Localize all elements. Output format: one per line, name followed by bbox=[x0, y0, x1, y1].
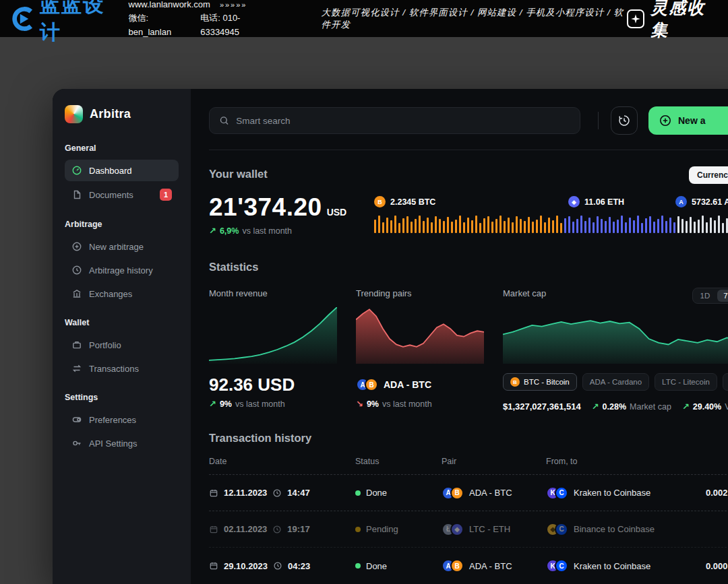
sidebar: Arbitra General Dashboard Documents 1 Ar… bbox=[53, 89, 191, 584]
sidebar-item-dashboard[interactable]: Dashboard bbox=[65, 160, 179, 181]
coinbase-icon: C bbox=[555, 486, 568, 500]
from-to-text: Kraken to Coinbase bbox=[574, 561, 650, 571]
eth-icon: ◆ bbox=[568, 196, 580, 207]
btc-icon: B bbox=[510, 377, 520, 387]
currencies-button[interactable]: Currencies bbox=[689, 166, 728, 184]
pair-text: LTC - ETH bbox=[469, 524, 510, 534]
phone-text: 电话: 010-63334945 bbox=[200, 11, 272, 38]
sidebar-item-portfolio[interactable]: Portfolio bbox=[65, 334, 179, 356]
wallet-change-note: vs last month bbox=[242, 226, 292, 236]
status-text: Done bbox=[366, 561, 387, 571]
sidebar-item-api-settings[interactable]: API Settings bbox=[65, 432, 179, 454]
from-to-text: Kraken to Coinbase bbox=[574, 488, 650, 498]
wallet-distribution: B 2.2345 BTC ◆ 11.06 ETH A 5732.61 ADA bbox=[374, 196, 728, 236]
status-dot bbox=[355, 490, 361, 496]
pair-icons: A B bbox=[442, 559, 464, 573]
wallet-section: Your wallet Currencies E 21'374.20 USD ↗… bbox=[209, 168, 728, 238]
pair-text: ADA - BTC bbox=[469, 488, 512, 498]
range-1d[interactable]: 1D bbox=[694, 290, 717, 302]
arrows-decoration: »»»»» bbox=[220, 0, 247, 11]
coinbase-icon: C bbox=[555, 559, 568, 573]
col-date: Date bbox=[209, 457, 355, 466]
trending-pairs-card: Trending pairs A B ADA - BTC ↘ 9% bbox=[356, 288, 484, 412]
transaction-history-title: Transaction history bbox=[209, 432, 728, 445]
key-icon bbox=[71, 438, 82, 449]
document-icon bbox=[71, 189, 82, 200]
new-arbitrage-button[interactable]: New a bbox=[648, 106, 728, 135]
search-box[interactable] bbox=[209, 107, 580, 134]
holding-ada: A 5732.61 ADA bbox=[675, 196, 728, 207]
nav-section-wallet: Wallet bbox=[65, 318, 179, 327]
col-pair: Pair bbox=[442, 457, 546, 466]
collection-link[interactable]: 灵感收集 bbox=[627, 0, 717, 41]
up-arrow-icon: ↗ bbox=[682, 401, 690, 412]
clock-icon bbox=[272, 488, 282, 498]
market-cap-value: $1,327,027,361,514 bbox=[503, 401, 581, 412]
sidebar-item-preferences[interactable]: Preferences bbox=[65, 409, 179, 430]
table-row[interactable]: 12.11.2023 14:47 Done A B ADA - BTC bbox=[209, 475, 728, 511]
chip-btc[interactable]: B BTC - Bitcoin bbox=[503, 373, 577, 391]
range-switcher: 1D 7D 1M bbox=[692, 288, 728, 304]
market-cap-label: Market cap bbox=[503, 288, 546, 303]
services-nav[interactable]: 大数据可视化设计 / 软件界面设计 / 网站建设 / 手机及小程序设计 / 软件… bbox=[321, 7, 627, 31]
chip-eth[interactable]: ETH - Ethere bbox=[723, 373, 728, 391]
plus-icon bbox=[659, 114, 672, 127]
from-to-text: Binance to Coinbase bbox=[574, 524, 655, 534]
market-cap-chart bbox=[503, 307, 728, 364]
app-brand-name: Arbitra bbox=[90, 107, 131, 121]
nav-section-general: General bbox=[65, 143, 179, 153]
clock-icon bbox=[272, 525, 282, 534]
col-from-to: From, to bbox=[546, 457, 706, 466]
nav-section-arbitrage: Arbitrage bbox=[65, 220, 179, 229]
amount-text: 0.000 bbox=[706, 561, 728, 571]
table-row[interactable]: 02.11.2023 19:17 Pending Ł ◆ LTC - ETH bbox=[209, 511, 728, 548]
bank-icon bbox=[71, 288, 82, 299]
eth-icon: ◆ bbox=[450, 523, 464, 536]
sparkle-icon bbox=[627, 9, 644, 28]
pair-icons: A B bbox=[356, 378, 378, 391]
exchange-icons: K C bbox=[546, 559, 568, 573]
topbar-separator bbox=[209, 150, 728, 150]
chip-ltc[interactable]: LTC - Litecoin bbox=[655, 373, 717, 391]
lanlan-logo-icon bbox=[11, 6, 34, 32]
month-revenue-label: Month revenue bbox=[209, 288, 337, 303]
pair-icons: Ł ◆ bbox=[442, 523, 464, 536]
sidebar-item-new-arbitrage[interactable]: New arbitrage bbox=[65, 236, 179, 257]
calendar-icon bbox=[209, 561, 218, 571]
wallet-amount: 21'374.20 bbox=[209, 193, 322, 222]
sidebar-item-arbitrage-history[interactable]: Arbitrage history bbox=[65, 259, 179, 281]
table-header: Date Status Pair From, to bbox=[209, 457, 728, 475]
btc-icon: B bbox=[365, 378, 378, 391]
status-text: Done bbox=[366, 488, 387, 498]
status-dot bbox=[355, 527, 361, 532]
swap-arrows-icon bbox=[71, 363, 82, 374]
range-7d[interactable]: 7D bbox=[717, 290, 728, 302]
arbitra-app-window: Arbitra General Dashboard Documents 1 Ar… bbox=[53, 89, 728, 584]
wallet-waveform bbox=[374, 214, 728, 233]
col-status: Status bbox=[355, 457, 442, 466]
table-row[interactable]: 29.10.2023 04:23 Done A B ADA - BTC bbox=[209, 548, 728, 584]
history-button[interactable] bbox=[611, 106, 638, 135]
transaction-history-section: Transaction history Date Status Pair Fro… bbox=[209, 432, 728, 584]
search-input[interactable] bbox=[236, 116, 570, 126]
btc-icon: B bbox=[450, 559, 464, 573]
nav-section-settings: Settings bbox=[65, 393, 179, 402]
calendar-icon bbox=[209, 488, 218, 498]
app-brand[interactable]: Arbitra bbox=[65, 105, 179, 123]
wechat-text: 微信: ben_lanlan bbox=[129, 11, 189, 38]
history-clock-icon bbox=[617, 114, 631, 127]
briefcase-icon bbox=[71, 339, 82, 350]
month-revenue-card: Month revenue 92.36 USD ↗ 9% vs last mon… bbox=[209, 288, 337, 412]
sidebar-item-transactions[interactable]: Transactions bbox=[65, 358, 179, 379]
up-arrow-icon: ↗ bbox=[209, 399, 216, 409]
coinbase-icon: C bbox=[555, 523, 568, 536]
sidebar-item-documents[interactable]: Documents 1 bbox=[65, 183, 179, 206]
market-cap-card: Market cap 1D 7D 1M B BTC - Bitcoin bbox=[503, 288, 728, 412]
documents-badge: 1 bbox=[160, 189, 172, 201]
chip-ada[interactable]: ADA - Cardano bbox=[582, 373, 649, 391]
website-link[interactable]: www.lanlanwork.com bbox=[129, 0, 210, 11]
down-arrow-icon: ↘ bbox=[356, 399, 363, 409]
trending-pairs-chart bbox=[356, 307, 484, 364]
sidebar-item-exchanges[interactable]: Exchanges bbox=[65, 283, 179, 304]
wallet-change: 6,9% bbox=[220, 226, 239, 236]
